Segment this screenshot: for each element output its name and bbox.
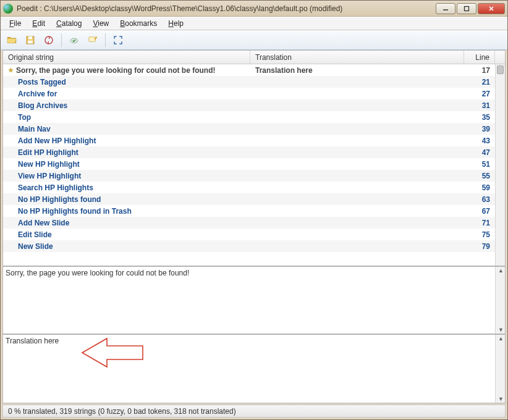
cell-translation: Translation here — [250, 66, 464, 75]
cell-original: Posts Tagged — [3, 78, 250, 86]
cloud-check-icon[interactable] — [67, 33, 82, 48]
cell-original: Archive for — [3, 90, 250, 98]
menu-bookmarks[interactable]: Bookmarks — [115, 18, 162, 29]
annotation-arrow — [76, 331, 150, 376]
table-row[interactable]: No HP Highlights found63 — [3, 193, 505, 205]
scroll-down-icon[interactable]: ▼ — [498, 327, 504, 333]
cell-line: 51 — [464, 160, 495, 169]
cell-original: Add New Slide — [3, 219, 250, 227]
column-scroll-spacer — [495, 51, 505, 64]
cell-original-text: Sorry, the page you were looking for cou… — [16, 66, 215, 75]
cell-original: Main Nav — [3, 125, 250, 133]
cell-original-text: New HP Highlight — [18, 160, 80, 169]
toolbar-separator — [105, 33, 106, 47]
translation-pane-scrollbar[interactable] — [495, 335, 505, 403]
table-row[interactable]: Edit HP Highlight47 — [3, 146, 505, 158]
cell-original-text: Search HP Highlights — [18, 183, 93, 192]
fullscreen-icon[interactable] — [111, 33, 125, 48]
menubar: File Edit Catalog View Bookmarks Help — [1, 17, 507, 30]
cell-line: 31 — [464, 101, 495, 110]
svg-rect-5 — [28, 36, 32, 40]
cell-original: No HP Highlights found in Trash — [3, 207, 250, 216]
table-row[interactable]: New HP Highlight51 — [3, 158, 505, 170]
cell-original-text: Edit HP Highlight — [18, 148, 78, 157]
cell-original-text: No HP Highlights found in Trash — [18, 207, 132, 216]
cell-original: Add New HP Highlight — [3, 136, 250, 145]
table-row[interactable]: ★Sorry, the page you were looking for co… — [3, 64, 505, 76]
menu-view[interactable]: View — [88, 18, 114, 29]
cell-line: 17 — [464, 66, 495, 75]
table-row[interactable]: Posts Tagged21 — [3, 76, 505, 88]
table-row[interactable]: Add New Slide71 — [3, 217, 505, 229]
cell-original: Top — [3, 113, 250, 122]
sync-icon[interactable] — [41, 33, 56, 48]
table-row[interactable]: Edit Slide75 — [3, 229, 505, 240]
column-original[interactable]: Original string — [3, 51, 250, 64]
table-body[interactable]: ★Sorry, the page you were looking for co… — [3, 64, 505, 266]
titlebar: Poedit : C:\Users\A\Desktop\classy\WordP… — [1, 1, 507, 17]
cell-original-text: No HP Highlights found — [18, 195, 101, 204]
menu-file[interactable]: File — [4, 18, 26, 29]
svg-rect-6 — [28, 40, 33, 43]
cell-line: 35 — [464, 113, 495, 122]
menu-catalog[interactable]: Catalog — [51, 18, 87, 29]
table-row[interactable]: Blog Archives31 — [3, 99, 505, 111]
cell-line: 39 — [464, 125, 495, 133]
cell-original-text: Top — [18, 113, 31, 122]
cell-line: 79 — [464, 242, 495, 251]
maximize-button[interactable] — [457, 3, 476, 14]
open-folder-icon[interactable] — [4, 33, 19, 48]
translation-text[interactable]: Translation here — [6, 337, 59, 345]
toolbar — [1, 30, 507, 50]
cell-original-text: Add New Slide — [18, 219, 69, 227]
vertical-scrollbar[interactable] — [495, 64, 505, 266]
menu-help[interactable]: Help — [163, 18, 188, 29]
table-row[interactable]: Add New HP Highlight43 — [3, 135, 505, 146]
save-icon[interactable] — [23, 33, 38, 48]
svg-rect-9 — [89, 36, 96, 41]
cell-original-text: Edit Slide — [18, 230, 52, 239]
cell-line: 55 — [464, 172, 495, 180]
toolbar-separator — [61, 33, 62, 47]
cell-line: 75 — [464, 230, 495, 239]
column-translation[interactable]: Translation — [250, 51, 464, 64]
minimize-button[interactable] — [436, 3, 455, 14]
cell-line: 27 — [464, 90, 495, 98]
table-row[interactable]: Search HP Highlights59 — [3, 182, 505, 193]
close-button[interactable] — [478, 3, 505, 14]
cell-line: 21 — [464, 78, 495, 86]
comment-edit-icon[interactable] — [85, 33, 100, 48]
table-row[interactable]: New Slide79 — [3, 240, 505, 252]
star-icon: ★ — [8, 67, 14, 74]
column-line[interactable]: Line — [464, 51, 495, 64]
cell-line: 43 — [464, 136, 495, 145]
window-title: Poedit : C:\Users\A\Desktop\classy\WordP… — [17, 4, 436, 13]
cell-original: No HP Highlights found — [3, 195, 250, 204]
source-pane-scrollbar[interactable] — [495, 267, 505, 334]
cell-original-text: View HP Highlight — [18, 172, 81, 180]
scroll-up-icon[interactable]: ▲ — [498, 267, 504, 274]
table-row[interactable]: Main Nav39 — [3, 123, 505, 135]
cell-original: Edit Slide — [3, 230, 250, 239]
strings-table: Original string Translation Line ★Sorry,… — [3, 51, 505, 266]
cell-line: 59 — [464, 183, 495, 192]
table-row[interactable]: Archive for27 — [3, 88, 505, 99]
table-row[interactable]: Top35 — [3, 111, 505, 123]
cell-original-text: Add New HP Highlight — [18, 136, 96, 145]
menu-edit[interactable]: Edit — [27, 18, 50, 29]
content-area: Original string Translation Line ★Sorry,… — [2, 50, 506, 403]
cell-original-text: Posts Tagged — [18, 78, 66, 86]
app-icon — [3, 4, 13, 14]
cell-original: Edit HP Highlight — [3, 148, 250, 157]
table-row[interactable]: View HP Highlight55 — [3, 170, 505, 182]
svg-rect-1 — [465, 6, 469, 10]
cell-original-text: Main Nav — [18, 125, 51, 133]
cell-original: New HP Highlight — [3, 160, 250, 169]
table-row[interactable]: No HP Highlights found in Trash67 — [3, 205, 505, 217]
translation-text-pane[interactable]: Translation here ▲ ▼ — [3, 334, 505, 403]
scroll-down-icon[interactable]: ▼ — [498, 396, 504, 402]
app-window: Poedit : C:\Users\A\Desktop\classy\WordP… — [1, 1, 507, 419]
scrollbar-thumb[interactable] — [497, 65, 504, 74]
source-text: Sorry, the page you were looking for cou… — [6, 269, 189, 277]
scroll-up-icon[interactable]: ▲ — [498, 335, 504, 342]
